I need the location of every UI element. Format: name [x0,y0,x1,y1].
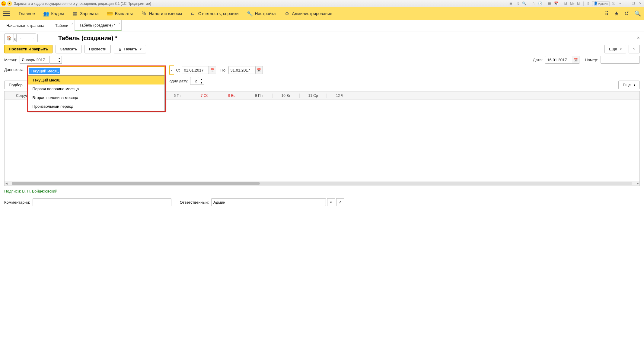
user-button[interactable]: 👤 Админ [592,1,610,6]
number-label: Номер: [585,58,598,62]
data-for-label: Данные за: [4,67,24,72]
close-btn[interactable]: ✕ [637,1,643,6]
menu-kadry-label: Кадры [51,11,64,16]
mminus-btn[interactable]: M- [576,1,582,6]
maximize-btn[interactable]: ❐ [631,1,636,6]
responsible-input[interactable] [211,198,326,206]
panel-icon[interactable]: ▯ [585,1,591,6]
card-icon: 💳 [107,11,113,16]
tb-icon-2[interactable]: 🖨 [515,1,520,6]
one-date-spinner[interactable]: ▲▼ [199,77,204,85]
menu-main-label: Главное [19,11,35,16]
m-btn[interactable]: M [563,1,568,6]
dropdown-icon[interactable]: ▾ [617,1,623,6]
data-for-field[interactable]: Текущий месяц [28,66,165,75]
menu-zarplata-label: Зарплата [80,11,98,16]
menu-nalogi-label: Налоги и взносы [149,11,182,16]
tab-tabeli-label: Табели [55,23,69,28]
menu-main[interactable]: Главное [19,11,35,16]
responsible-dropdown-button[interactable]: ▾ [327,198,335,206]
dd-option-current-month[interactable]: Текущий месяц [28,76,164,84]
search-icon[interactable]: 🔍 [634,10,641,17]
number-input[interactable] [601,56,640,64]
menu-kadry[interactable]: 👥Кадры [43,11,64,16]
info-icon[interactable]: ⓘ [611,1,616,6]
clock-icon[interactable]: 🕓 [537,1,543,6]
dd-option-second-half[interactable]: Вторая половина месяца [28,93,164,102]
page-close-button[interactable]: × [637,35,640,41]
hamburger-icon[interactable] [3,11,10,16]
fav-icon[interactable]: ★ [614,10,619,17]
menu-settings[interactable]: 🔧Настройка [247,11,276,16]
month-input[interactable] [20,56,50,64]
th-day-7: 7 Сб [191,94,218,98]
responsible-open-button[interactable]: ↗ [336,198,344,206]
data-for-highlight-box: Текущий месяц Текущий месяц Первая полов… [27,65,166,112]
titlebar-dropdown-icon[interactable]: ▾ [7,1,12,6]
comment-input[interactable] [33,198,171,206]
from-calendar-button[interactable]: 📅 [209,66,216,74]
percent-icon: % [141,11,147,16]
menu-admin[interactable]: ⚙Администрирование [284,11,333,16]
tab-tabel-create[interactable]: Табель (создание) *× [75,20,122,31]
save-button[interactable]: Записать [56,45,81,53]
month-spinner[interactable]: ▲▼ [57,56,62,64]
from-date-input[interactable] [182,66,209,74]
month-ellipsis-button[interactable]: … [50,56,57,64]
tb-icon-1[interactable]: ☰ [508,1,514,6]
menu-otchet[interactable]: 🗂Отчетность, справки [190,11,239,16]
menu-vyplaty-label: Выплаты [115,11,133,16]
minimize-btn[interactable]: — [624,1,630,6]
th-day-10: 10 Вт [273,94,300,98]
more-button-2[interactable]: Еще [618,81,640,89]
dd-arrow-icon[interactable]: ▾ [169,65,174,75]
menu-vyplaty[interactable]: 💳Выплаты [107,11,133,16]
th-day-12: 12 Чт [327,94,354,98]
print-label: Печать [124,47,137,51]
back-button[interactable]: ← [17,36,27,40]
app-icon: 1c [1,1,6,6]
signatures-link[interactable]: Подписи: В. Н. Войцеховский [4,189,57,193]
tab-start-page[interactable]: Начальная страница [2,20,51,31]
dd-option-first-half[interactable]: Первая половина месяца [28,84,164,93]
dd-option-custom-period[interactable]: Произвольный период [28,102,164,111]
grid-icon: ▦ [72,11,78,16]
print-button[interactable]: 🖨Печать [114,45,146,53]
to-calendar-button[interactable]: 📅 [256,66,263,74]
gear-icon: ⚙ [284,11,290,16]
apps-icon[interactable]: ⠿ [605,10,609,17]
more-button[interactable]: Еще [604,45,626,53]
tab-tabel-create-label: Табель (создание) * [79,23,115,27]
cal-icon[interactable]: 📅 [553,1,559,6]
pick-button[interactable]: Подбор [4,81,27,89]
from-label: С: [176,68,180,72]
post-and-close-button[interactable]: Провести и закрыть [4,45,53,53]
history-icon[interactable]: ↺ [624,10,629,17]
mplus-btn[interactable]: M+ [569,1,575,6]
scroll-right-icon[interactable]: ▶ [636,182,639,185]
help-button[interactable]: ? [629,45,640,53]
post-button[interactable]: Провести [84,45,111,53]
tb-icon-3[interactable]: 🔍 [521,1,527,6]
one-date-input[interactable] [190,77,199,85]
date-label: Дата: [533,58,543,62]
scroll-left-icon[interactable]: ◀ [5,182,8,185]
date-input[interactable] [545,56,572,64]
home-button[interactable]: 🏠 [4,34,14,42]
to-date-input[interactable] [228,66,256,74]
date-calendar-button[interactable]: 📅 [572,56,579,64]
table-body[interactable] [5,100,639,181]
nav-back-forward: ← → [16,34,38,42]
menu-nalogi[interactable]: %Налоги и взносы [141,11,182,16]
titlebar: 1c ▾ Зарплата и кадры государственного у… [0,0,644,7]
calc-icon[interactable]: ▦ [547,1,552,6]
horizontal-scrollbar[interactable]: ◀ ▶ [5,181,639,186]
forward-button[interactable]: → [27,36,37,40]
tab-close-icon[interactable]: × [118,22,120,25]
tab-close-icon[interactable]: × [72,22,73,25]
menu-zarplata[interactable]: ▦Зарплата [72,11,98,16]
th-day-9: 9 Пн [245,94,273,98]
star-icon[interactable]: ☆ [531,1,536,6]
tab-tabeli[interactable]: Табели× [51,20,75,31]
report-icon: 🗂 [190,11,196,16]
